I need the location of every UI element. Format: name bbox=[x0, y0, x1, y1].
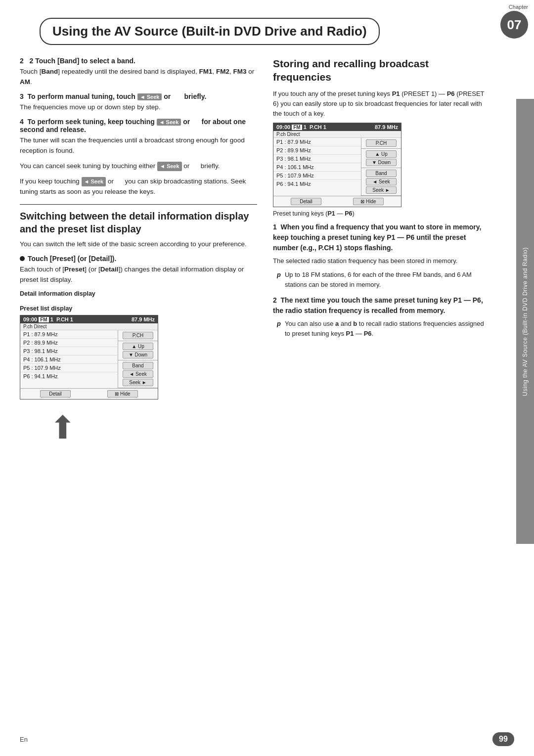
plt-bottom-btns: Detail ⊠ Hide bbox=[20, 388, 158, 399]
right-plt-header: 09:00 FM 1 P.CH 1 87.9 MHz bbox=[273, 123, 401, 131]
right-pch-btn[interactable]: P.CH bbox=[366, 139, 397, 147]
bullet-touch-preset: Touch [Preset] (or [Detail]). bbox=[20, 255, 257, 263]
chapter-number: 07 bbox=[500, 11, 528, 39]
footer-pagenum: 99 bbox=[492, 732, 514, 746]
right-plt-header-left: 09:00 FM 1 P.CH 1 bbox=[276, 124, 326, 130]
step4-block: 4 To perform seek tuning, keep touching … bbox=[20, 118, 257, 197]
sub-bullet-letter-1: p bbox=[277, 270, 281, 289]
sub-bullet-text-1: Up to 18 FM stations, 6 for each of the … bbox=[285, 270, 485, 289]
right-seek-right-btn[interactable]: Seek ► bbox=[366, 186, 397, 194]
right-step1-heading: 1 When you find a frequency that you wan… bbox=[273, 222, 485, 253]
hide-btn[interactable]: ⊠ Hide bbox=[107, 390, 138, 398]
right-hide-btn[interactable]: ⊠ Hide bbox=[353, 198, 384, 205]
right-step2-subbullet: p You can also use a and b to recall rad… bbox=[277, 319, 485, 338]
left-column: 2 2 Touch [Band] to select a band. Touch… bbox=[20, 57, 257, 456]
right-plt-p2: P2 : 89.9 MHz bbox=[273, 146, 361, 155]
preset-keys-note: Preset tuning keys (P1 — P6) bbox=[273, 210, 485, 217]
right-step2-block: 2 The next time you touch the same prese… bbox=[273, 295, 485, 338]
plt-preset-p6: P6 : 94.1 MHz bbox=[20, 372, 118, 380]
sub-bullet-letter-2: p bbox=[277, 319, 281, 338]
right-ctrl-pch: P.CH bbox=[361, 138, 401, 149]
step2-heading: 2 2 Touch [Band] to select a band. bbox=[20, 57, 257, 65]
plt-presets: P1 : 87.9 MHz P2 : 89.9 MHz P3 : 98.1 MH… bbox=[20, 330, 118, 388]
plt-header-left: 09:00 FM 1 P.CH 1 bbox=[23, 316, 73, 322]
step4-body1: The tuner will scan the frequencies unti… bbox=[20, 135, 257, 156]
side-text-bar: Using the AV Source (Built-in DVD Drive … bbox=[516, 99, 534, 544]
right-band-btn[interactable]: Band bbox=[366, 170, 397, 177]
pch-btn[interactable]: P.CH bbox=[123, 332, 153, 339]
step2-label: 2 Touch [Band] to select a band. bbox=[29, 57, 135, 65]
step3-heading: 3 To perform manual tuning, touch ◄ Seek… bbox=[20, 92, 257, 100]
page-title-box: Using the AV Source (Built-in DVD Drive … bbox=[40, 18, 380, 45]
right-preset-display: 09:00 FM 1 P.CH 1 87.9 MHz P.ch Direct P… bbox=[273, 123, 401, 207]
seek-btn-4b: ◄ Seek bbox=[157, 162, 182, 171]
chapter-tab: Chapter 07 bbox=[490, 0, 534, 39]
seek-btn-4a: ◄ Seek bbox=[157, 119, 181, 126]
right-intro: If you touch any of the preset tuning ke… bbox=[273, 89, 485, 119]
seek-left-btn[interactable]: ◄ Seek bbox=[123, 370, 153, 378]
seek-btn-4c: ◄ Seek bbox=[82, 177, 106, 186]
right-plt-subheader: P.ch Direct bbox=[273, 131, 401, 138]
switching-section: Switching between the detail information… bbox=[20, 210, 257, 285]
right-plt-p1: P1 : 87.9 MHz bbox=[273, 138, 361, 146]
right-plt-p3: P3 : 98.1 MHz bbox=[273, 155, 361, 163]
plt-subheader: P.ch Direct bbox=[20, 323, 158, 330]
preset-list-label: Preset list display bbox=[20, 305, 257, 312]
right-up-btn[interactable]: ▲ Up bbox=[366, 150, 397, 158]
step2-num: 2 bbox=[20, 57, 24, 65]
right-plt-header-right: 87.9 MHz bbox=[375, 124, 398, 130]
seek-btn-3: ◄ Seek bbox=[137, 93, 162, 100]
plt-ctrl-group-pch: P.CH bbox=[118, 330, 158, 341]
footer-lang: En bbox=[20, 736, 28, 743]
right-plt-p4: P4 : 106.1 MHz bbox=[273, 163, 361, 172]
step3-block: 3 To perform manual tuning, touch ◄ Seek… bbox=[20, 92, 257, 113]
step4-heading: 4 To perform seek tuning, keep touching … bbox=[20, 118, 257, 133]
page-title: Using the AV Source (Built-in DVD Drive … bbox=[52, 24, 367, 39]
up-btn[interactable]: ▲ Up bbox=[123, 343, 153, 350]
bullet-label: Touch [Preset] (or [Detail]). bbox=[28, 255, 116, 263]
detail-display-label: Detail information display bbox=[20, 290, 257, 297]
plt-preset-p4: P4 : 106.1 MHz bbox=[20, 356, 118, 364]
band-btn[interactable]: Band bbox=[123, 362, 153, 369]
plt-ctrl-group-updown: ▲ Up ▼ Down bbox=[118, 341, 158, 360]
step4-body2: You can cancel seek tuning by touching e… bbox=[20, 161, 257, 172]
plt-header-right: 87.9 MHz bbox=[132, 316, 155, 322]
right-seek-left-btn[interactable]: ◄ Seek bbox=[366, 178, 397, 185]
page-footer: En 99 bbox=[0, 732, 534, 746]
divider bbox=[20, 204, 257, 205]
sub-bullet-text-2: You can also use a and b to recall radio… bbox=[285, 319, 485, 338]
right-down-btn[interactable]: ▼ Down bbox=[366, 159, 397, 166]
step2-body: Touch [Band] repeatedly until the desire… bbox=[20, 67, 257, 88]
plt-body: P1 : 87.9 MHz P2 : 89.9 MHz P3 : 98.1 MH… bbox=[20, 330, 158, 388]
title-wrapper: Using the AV Source (Built-in DVD Drive … bbox=[20, 9, 480, 45]
right-section-heading: Storing and recalling broadcast frequenc… bbox=[273, 57, 485, 84]
right-detail-btn[interactable]: Detail bbox=[291, 198, 321, 205]
switching-body: You can switch the left side of the basi… bbox=[20, 239, 257, 250]
plt-header: 09:00 FM 1 P.CH 1 87.9 MHz bbox=[20, 315, 158, 323]
right-plt-controls: P.CH ▲ Up ▼ Down Band ◄ Seek Seek ► bbox=[361, 138, 401, 196]
right-step2-heading: 2 The next time you touch the same prese… bbox=[273, 295, 485, 316]
side-text-label: Using the AV Source (Built-in DVD Drive … bbox=[522, 247, 529, 396]
plt-preset-p2: P2 : 89.9 MHz bbox=[20, 339, 118, 347]
right-plt-p6: P6 : 94.1 MHz bbox=[273, 180, 361, 188]
preset-list-display: 09:00 FM 1 P.CH 1 87.9 MHz P.ch Direct P… bbox=[20, 315, 158, 400]
bullet-dot bbox=[20, 256, 25, 261]
right-plt-presets: P1 : 87.9 MHz P2 : 89.9 MHz P3 : 98.1 MH… bbox=[273, 138, 361, 196]
seek-right-btn[interactable]: Seek ► bbox=[123, 379, 153, 386]
down-btn[interactable]: ▼ Down bbox=[123, 351, 153, 358]
right-plt-body: P1 : 87.9 MHz P2 : 89.9 MHz P3 : 98.1 MH… bbox=[273, 138, 401, 196]
detail-btn[interactable]: Detail bbox=[40, 390, 71, 398]
switching-heading: Switching between the detail information… bbox=[20, 210, 257, 235]
right-plt-p5: P5 : 107.9 MHz bbox=[273, 172, 361, 180]
plt-preset-p1: P1 : 87.9 MHz bbox=[20, 330, 118, 339]
right-step1-subbullet: p Up to 18 FM stations, 6 for each of th… bbox=[277, 270, 485, 289]
step3-body: The frequencies move up or down step by … bbox=[20, 102, 257, 113]
right-ctrl-updown: ▲ Up ▼ Down bbox=[361, 149, 401, 168]
right-plt-bottom-btns: Detail ⊠ Hide bbox=[273, 196, 401, 207]
plt-ctrl-group-seek: Band ◄ Seek Seek ► bbox=[118, 360, 158, 388]
right-ctrl-seek: Band ◄ Seek Seek ► bbox=[361, 168, 401, 196]
arrow-up-icon: ⬆ bbox=[49, 409, 257, 446]
bullet-body: Each touch of [Preset] (or [Detail]) cha… bbox=[20, 265, 257, 285]
chapter-label: Chapter bbox=[490, 4, 528, 10]
content-area: 2 2 Touch [Band] to select a band. Touch… bbox=[0, 57, 534, 456]
